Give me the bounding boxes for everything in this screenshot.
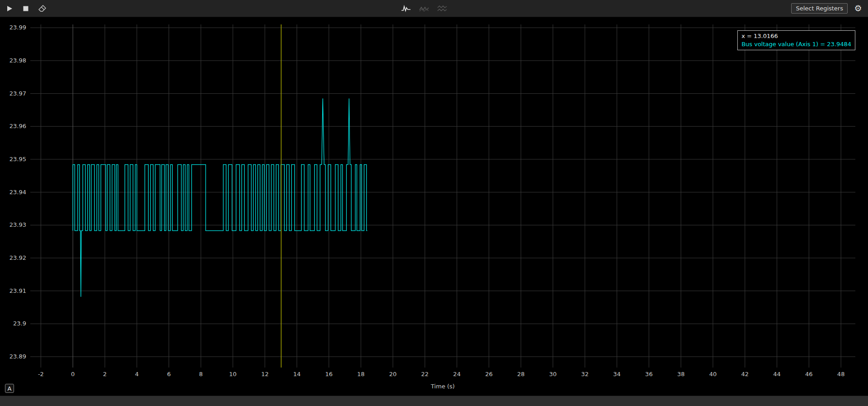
waveform-split-button[interactable] bbox=[436, 2, 448, 15]
svg-text:4: 4 bbox=[135, 371, 139, 377]
stop-button[interactable] bbox=[19, 2, 32, 15]
svg-text:20: 20 bbox=[389, 371, 397, 377]
svg-text:30: 30 bbox=[549, 371, 557, 377]
stop-icon bbox=[23, 5, 29, 12]
tooltip-series-value: Bus voltage value (Axis 1) = 23.9484 bbox=[741, 40, 851, 48]
svg-text:18: 18 bbox=[357, 371, 365, 377]
svg-text:36: 36 bbox=[645, 371, 653, 377]
chart-area: 23.9923.9823.9723.9623.9523.9423.9323.92… bbox=[0, 17, 868, 396]
svg-text:42: 42 bbox=[741, 371, 749, 377]
eraser-icon bbox=[38, 5, 46, 12]
cursor-tooltip: x = 13.0166 Bus voltage value (Axis 1) =… bbox=[737, 30, 855, 50]
svg-text:12: 12 bbox=[261, 371, 269, 377]
svg-text:23.95: 23.95 bbox=[9, 156, 26, 162]
chart-svg[interactable]: 23.9923.9823.9723.9623.9523.9423.9323.92… bbox=[0, 17, 868, 396]
transport-controls bbox=[0, 2, 48, 15]
clear-button[interactable] bbox=[36, 2, 48, 15]
svg-text:2: 2 bbox=[103, 371, 107, 377]
svg-text:23.96: 23.96 bbox=[9, 123, 26, 129]
toolbar: Select Registers ⚙ bbox=[0, 0, 868, 17]
svg-text:32: 32 bbox=[581, 371, 589, 377]
svg-text:8: 8 bbox=[199, 371, 203, 377]
tooltip-x-value: x = 13.0166 bbox=[741, 32, 851, 40]
settings-button[interactable]: ⚙ bbox=[853, 3, 863, 14]
svg-text:10: 10 bbox=[229, 371, 237, 377]
svg-text:23.91: 23.91 bbox=[9, 287, 26, 294]
svg-text:-2: -2 bbox=[38, 371, 44, 377]
svg-text:23.9: 23.9 bbox=[13, 320, 26, 327]
svg-text:23.97: 23.97 bbox=[9, 90, 26, 97]
play-button[interactable] bbox=[3, 2, 16, 15]
svg-text:24: 24 bbox=[453, 371, 461, 377]
svg-text:23.98: 23.98 bbox=[9, 57, 26, 64]
autoscale-button[interactable]: A bbox=[5, 384, 14, 393]
waveform-overlay-button[interactable] bbox=[418, 2, 430, 15]
svg-text:38: 38 bbox=[677, 371, 685, 377]
svg-text:44: 44 bbox=[773, 371, 781, 377]
svg-text:23.94: 23.94 bbox=[9, 189, 26, 196]
svg-text:6: 6 bbox=[167, 371, 170, 377]
svg-text:48: 48 bbox=[837, 371, 845, 377]
graph-mode-controls bbox=[400, 0, 448, 17]
gear-icon: ⚙ bbox=[854, 4, 862, 13]
svg-text:Time (s): Time (s) bbox=[430, 383, 455, 390]
svg-text:22: 22 bbox=[421, 371, 429, 377]
svg-text:23.92: 23.92 bbox=[9, 254, 26, 261]
status-bar bbox=[0, 396, 868, 406]
svg-text:14: 14 bbox=[293, 371, 301, 377]
waveform-single-icon bbox=[401, 5, 411, 12]
svg-text:23.99: 23.99 bbox=[9, 24, 26, 31]
svg-text:23.89: 23.89 bbox=[9, 353, 26, 360]
svg-text:16: 16 bbox=[325, 371, 333, 377]
svg-text:40: 40 bbox=[709, 371, 717, 377]
svg-text:34: 34 bbox=[613, 371, 621, 377]
svg-text:26: 26 bbox=[485, 371, 493, 377]
waveform-single-button[interactable] bbox=[400, 2, 412, 15]
svg-text:28: 28 bbox=[517, 371, 525, 377]
select-registers-button[interactable]: Select Registers bbox=[791, 3, 848, 14]
waveform-split-icon bbox=[437, 5, 447, 12]
svg-text:23.93: 23.93 bbox=[9, 221, 26, 228]
waveform-overlay-icon bbox=[419, 5, 429, 12]
svg-text:46: 46 bbox=[805, 371, 813, 377]
toolbar-right: Select Registers ⚙ bbox=[791, 3, 868, 14]
play-icon bbox=[6, 5, 13, 12]
svg-text:0: 0 bbox=[71, 371, 75, 377]
